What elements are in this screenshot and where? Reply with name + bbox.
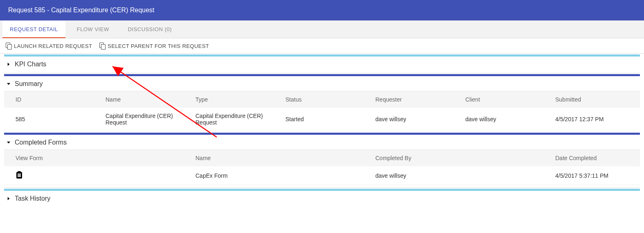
col-date-completed: Date Completed (544, 150, 640, 166)
tab-discussion[interactable]: DISCUSSION (0) (121, 20, 179, 38)
col-client: Client (454, 91, 544, 108)
copy-icon (99, 43, 105, 49)
clipboard-icon (16, 171, 23, 179)
chevron-down-icon (6, 140, 11, 145)
action-bar: LAUNCH RELATED REQUEST SELECT PARENT FOR… (0, 38, 644, 54)
cell-requester-link[interactable]: dave willsey (364, 108, 454, 131)
completed-forms-header-row: View Form Name Completed By Date Complet… (4, 150, 640, 166)
launch-related-request-button[interactable]: LAUNCH RELATED REQUEST (6, 43, 92, 49)
col-id: ID (4, 91, 94, 108)
completed-forms-data-row: CapEx Form dave willsey 4/5/2017 5:37:11… (4, 166, 640, 185)
page-header: Request 585 - Capital Expenditure (CER) … (0, 0, 644, 20)
cell-view-form[interactable] (4, 166, 184, 185)
section-task-history-header[interactable]: Task History (4, 191, 640, 206)
tab-flow-view[interactable]: FLOW VIEW (70, 20, 117, 38)
col-submitted: Submitted (544, 91, 640, 108)
tabs-bar: REQUEST DETAIL FLOW VIEW DISCUSSION (0) (0, 20, 644, 38)
launch-related-label: LAUNCH RELATED REQUEST (14, 43, 92, 49)
cell-id: 585 (4, 108, 94, 131)
chevron-right-icon (6, 196, 11, 201)
tab-request-detail[interactable]: REQUEST DETAIL (2, 20, 65, 38)
section-completed-forms-title: Completed Forms (15, 139, 67, 146)
section-completed-forms-header[interactable]: Completed Forms (4, 135, 640, 150)
col-form-name: Name (184, 150, 364, 166)
section-kpi-charts-header[interactable]: KPI Charts (4, 57, 640, 71)
col-name: Name (94, 91, 184, 108)
cell-form-name: CapEx Form (184, 166, 364, 185)
summary-table: ID Name Type Status Requester Client Sub… (4, 91, 640, 131)
col-view-form: View Form (4, 150, 184, 166)
cell-type: Capital Expenditure (CER) Request (184, 108, 274, 131)
select-parent-label: SELECT PARENT FOR THIS REQUEST (108, 43, 209, 49)
cell-name: Capital Expenditure (CER) Request (94, 108, 184, 131)
copy-icon (6, 43, 11, 49)
section-task-history-title: Task History (15, 195, 50, 202)
col-type: Type (184, 91, 274, 108)
chevron-down-icon (6, 81, 11, 87)
cell-date-completed: 4/5/2017 5:37:11 PM (544, 166, 640, 185)
col-status: Status (274, 91, 364, 108)
col-completed-by: Completed By (364, 150, 544, 166)
summary-data-row: 585 Capital Expenditure (CER) Request Ca… (4, 108, 640, 131)
select-parent-button[interactable]: SELECT PARENT FOR THIS REQUEST (99, 43, 209, 49)
cell-completed-by-link[interactable]: dave willsey (364, 166, 544, 185)
col-requester: Requester (364, 91, 454, 108)
summary-header-row: ID Name Type Status Requester Client Sub… (4, 91, 640, 108)
page-title: Request 585 - Capital Expenditure (CER) … (8, 7, 155, 14)
section-summary-header[interactable]: Summary (4, 76, 640, 91)
section-summary-title: Summary (15, 80, 43, 88)
cell-status: Started (274, 108, 364, 131)
cell-client-link[interactable]: dave willsey (454, 108, 544, 131)
chevron-right-icon (6, 61, 11, 67)
completed-forms-table: View Form Name Completed By Date Complet… (4, 150, 640, 185)
cell-submitted: 4/5/2017 12:37 PM (544, 108, 640, 131)
section-kpi-title: KPI Charts (15, 61, 46, 68)
